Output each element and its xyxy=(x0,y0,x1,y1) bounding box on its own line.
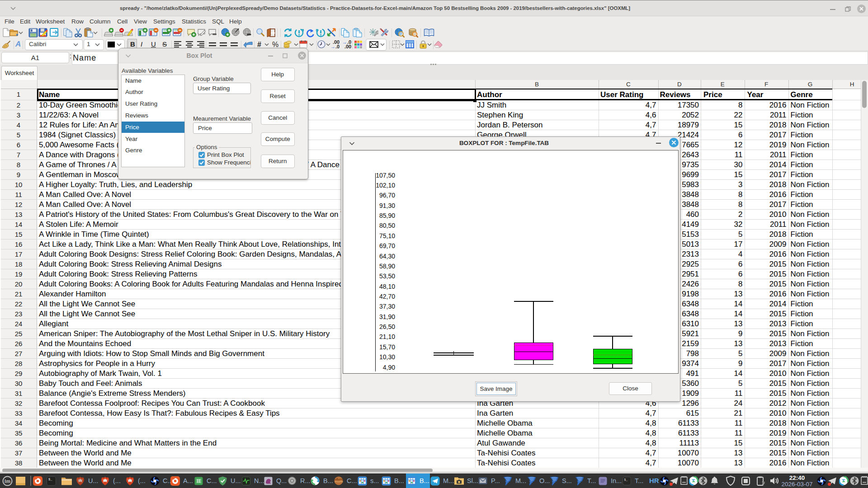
svg-text:$_: $_ xyxy=(624,478,627,481)
svg-text:lm: lm xyxy=(5,478,10,483)
svg-text:$_: $_ xyxy=(48,478,52,481)
